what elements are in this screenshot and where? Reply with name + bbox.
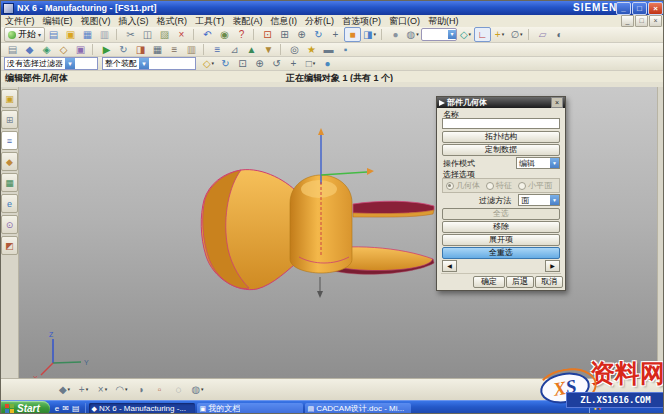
menu-file[interactable]: 文件(F) (1, 16, 39, 26)
create-program-icon[interactable]: ▤ (4, 42, 21, 57)
snap-point-on-surface-icon[interactable]: ◍ (189, 382, 206, 397)
menu-assemblies[interactable]: 装配(A) (229, 16, 267, 26)
machining-method-view-icon[interactable]: ▼ (260, 42, 277, 57)
show-desktop-icon[interactable]: ▤ (72, 404, 80, 413)
windows-start-button[interactable]: Start (1, 401, 50, 414)
fit-view-icon[interactable]: ⊡ (259, 27, 276, 42)
topology-button[interactable]: 拓扑结构 (442, 131, 560, 143)
blade-right[interactable] (353, 201, 434, 213)
menu-help[interactable]: 帮助(H) (424, 16, 463, 26)
select-all-button[interactable]: 全选 (442, 208, 560, 220)
create-method-icon[interactable]: ◇ (55, 42, 72, 57)
postprocess-icon[interactable]: ≡ (166, 42, 183, 57)
filter-method-combo[interactable]: 面 ▼ (518, 194, 560, 206)
chevron-down-icon[interactable]: ▼ (139, 58, 149, 69)
zoom-window-icon[interactable]: ⊞ (276, 27, 293, 42)
pan-view-icon[interactable]: + (327, 27, 344, 42)
sketch-icon[interactable]: ∟ (474, 27, 491, 42)
new-icon[interactable]: ▤ (45, 27, 62, 42)
show-hide-icon[interactable]: ◐ (551, 27, 568, 42)
rotate-view-icon[interactable]: ↻ (310, 27, 327, 42)
create-tool-icon[interactable]: ◆ (21, 42, 38, 57)
selection-filter-combo[interactable]: 没有选择过滤器 ▼ (4, 57, 98, 70)
help-icon[interactable]: ? (233, 27, 250, 42)
task-nx[interactable]: ◆NX 6 - Manufacturing -... (89, 403, 195, 414)
menu-information[interactable]: 信息(I) (267, 16, 302, 26)
start-menu-button[interactable]: 开始 ▾ (4, 27, 45, 42)
rectangle-pick-icon[interactable]: □ (302, 56, 319, 71)
geometry-view-icon[interactable]: ▲ (243, 42, 260, 57)
snap-mid-point-icon[interactable]: + (75, 382, 92, 397)
menu-preferences[interactable]: 首选项(P) (338, 16, 385, 26)
refresh-icon[interactable]: ↻ (217, 56, 234, 71)
save-icon[interactable]: ▦ (79, 27, 96, 42)
menu-analysis[interactable]: 分析(L) (301, 16, 338, 26)
history-icon[interactable]: ⊙ (1, 215, 18, 234)
menu-insert[interactable]: 插入(S) (115, 16, 153, 26)
cancel-button[interactable]: 取消 (535, 276, 563, 288)
menu-tools[interactable]: 工具(T) (191, 16, 229, 26)
internet-browser-icon[interactable]: e (1, 194, 18, 213)
shaded-with-edges-icon[interactable]: ■ (344, 27, 361, 42)
back-button[interactable]: 后退 (506, 276, 534, 288)
snap-end-point-icon[interactable]: ◆ (56, 382, 73, 397)
internet-explorer-icon[interactable]: e (55, 404, 59, 413)
move-object-icon[interactable]: ▱ (534, 27, 551, 42)
menu-window[interactable]: 窗口(O) (385, 16, 424, 26)
tool-library-icon[interactable]: ▬ (320, 42, 337, 57)
part-navigator-icon[interactable]: ≡ (1, 131, 18, 150)
reselect-all-button[interactable]: 全重选 (442, 247, 560, 259)
zoom-icon[interactable]: ⊕ (293, 27, 310, 42)
copy-icon[interactable]: ◫ (139, 27, 156, 42)
zoom-icon[interactable]: ⊕ (251, 56, 268, 71)
task-my-documents[interactable]: ▣我的文档 (197, 403, 303, 414)
menu-edit[interactable]: 编辑(E) (39, 16, 77, 26)
radio-facet[interactable]: 小平面 (518, 180, 552, 191)
point-icon[interactable]: + (491, 27, 508, 42)
paste-icon[interactable]: ▨ (156, 27, 173, 42)
menu-format[interactable]: 格式(R) (153, 16, 192, 26)
cut-icon[interactable]: ✂ (122, 27, 139, 42)
view-orientation-combo[interactable] (421, 28, 457, 41)
find-feature-icon[interactable]: ◎ (286, 42, 303, 57)
constraint-navigator-icon[interactable]: ⊞ (1, 110, 18, 129)
snap-point-on-curve-icon[interactable]: ◌ (170, 382, 187, 397)
shaded-ball-icon[interactable]: ● (319, 56, 336, 71)
minimize-icon[interactable]: _ (616, 2, 631, 15)
child-close-icon[interactable]: × (649, 15, 662, 27)
selection-scope-combo[interactable]: 整个装配 ▼ (102, 57, 196, 70)
selection-ball-icon[interactable]: ◉ (216, 27, 233, 42)
delete-icon[interactable]: × (173, 27, 190, 42)
pan-icon[interactable]: + (285, 56, 302, 71)
workpiece-icon[interactable]: ▪ (337, 42, 354, 57)
csys-y-axis[interactable] (321, 172, 367, 175)
name-input[interactable] (442, 118, 560, 129)
chevron-down-icon[interactable]: ▼ (550, 158, 559, 168)
close-icon[interactable]: × (648, 2, 663, 15)
remove-button[interactable]: 移除 (442, 221, 560, 233)
create-operation-icon[interactable]: ▣ (72, 42, 89, 57)
dialog-close-icon[interactable]: × (551, 97, 563, 108)
snap-point-dropdown-icon[interactable]: ◇ (200, 56, 217, 71)
window-titlebar[interactable]: NX 6 - Manufacturing - [FS11.prt] SIEMEN… (1, 1, 664, 15)
rendering-style-icon[interactable]: ◨ (361, 27, 378, 42)
snap-intersection-icon[interactable]: × (94, 382, 111, 397)
expand-item-button[interactable]: 展开项 (442, 234, 560, 246)
program-order-view-icon[interactable]: ≡ (209, 42, 226, 57)
custom-data-button[interactable]: 定制数据 (442, 144, 560, 156)
child-minimize-icon[interactable]: _ (621, 15, 634, 27)
snap-arc-center-icon[interactable]: ◠ (113, 382, 130, 397)
datum-plane-icon[interactable]: ◇ (457, 27, 474, 42)
appearance-icon[interactable]: ● (387, 27, 404, 42)
optimize-icon[interactable]: ★ (303, 42, 320, 57)
replay-toolpath-icon[interactable]: ↻ (115, 42, 132, 57)
measure-distance-icon[interactable]: ∅ (508, 27, 525, 42)
verify-toolpath-icon[interactable]: ◨ (132, 42, 149, 57)
palettes-icon[interactable]: ◩ (1, 236, 18, 255)
previous-arrow-button[interactable]: ◀ (442, 260, 457, 272)
shop-documentation-icon[interactable]: ▥ (183, 42, 200, 57)
task-word-document[interactable]: ▤CADCAM设计.doc - Mi... (305, 403, 411, 414)
radio-feature[interactable]: 特征 (486, 180, 512, 191)
print-icon[interactable]: ▥ (96, 27, 113, 42)
child-restore-icon[interactable]: □ (635, 15, 648, 27)
